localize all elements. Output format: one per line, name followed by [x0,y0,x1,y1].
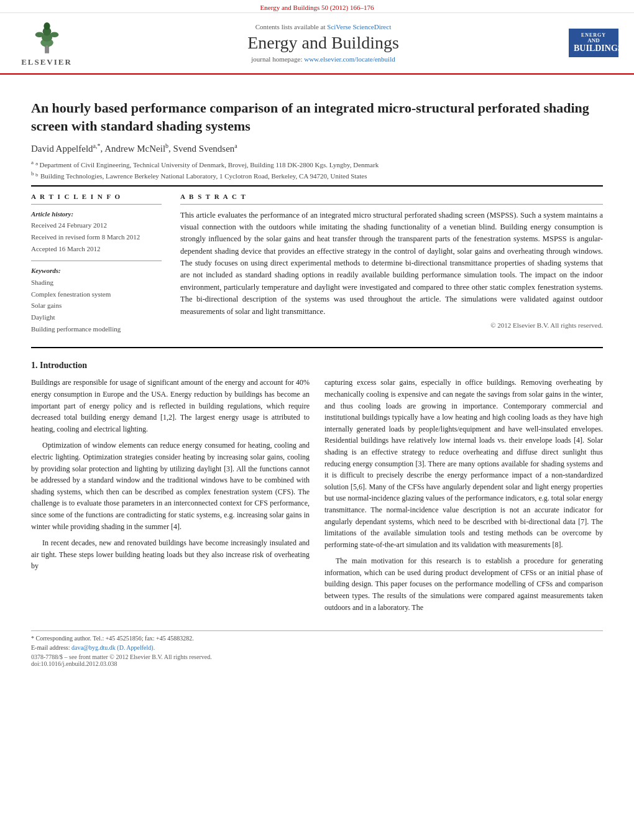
body-right-p2: The main motivation for this research is… [324,555,603,613]
affiliation-b-sup: b [31,170,34,177]
section-1-heading: 1. Introduction [31,361,603,371]
received-date: Received 24 February 2012 [31,219,162,231]
body-left-p2: Optimization of window elements can redu… [31,440,310,532]
keyword-4: Daylight [31,312,162,323]
email-line: E-mail address: dava@byg.dtu.dk (D. Appe… [31,644,603,651]
journal-header: Energy and Buildings 50 (2012) 166–176 E… [0,0,634,75]
energy-buildings-badge: ENERGY AND BUILDINGS [566,18,622,68]
keyword-2: Complex fenestration system [31,288,162,300]
email-label: E-mail address: [31,644,70,651]
abstract-col: A B S T R A C T This article evaluates t… [180,193,603,341]
journal-logo-row: ELSEVIER Contents lists available at Sci… [0,13,634,73]
email-link[interactable]: dava@byg.dtu.dk (D. Appelfeld). [71,644,155,651]
body-divider [31,347,603,348]
sciverse-link-anchor[interactable]: SciVerse ScienceDirect [327,23,391,30]
corresponding-author-note: * Corresponding author. Tel.: +45 452518… [31,635,603,642]
abstract-label: A B S T R A C T [180,193,603,200]
journal-ref-text: Energy and Buildings 50 (2012) 166–176 [260,4,374,11]
homepage-link[interactable]: www.elsevier.com/locate/enbuild [304,55,395,63]
article-info-label: A R T I C L E I N F O [31,193,162,200]
article-info-abstract-row: A R T I C L E I N F O Article history: R… [31,193,603,341]
badge-and-text: AND [574,38,613,44]
affiliation-a-sup: a [31,159,34,165]
copyright-line: © 2012 Elsevier B.V. All rights reserved… [180,321,603,329]
introduction-section: 1. Introduction Buildings are responsibl… [31,361,603,618]
keyword-5: Building performance modelling [31,323,162,335]
footer-issn: 0378-7788/$ – see front matter © 2012 El… [31,653,603,667]
elsevier-label: ELSEVIER [21,57,72,67]
abstract-text: This article evaluates the performance o… [180,210,603,318]
author-svendsen: Svend Svendsen [173,144,235,154]
keywords-label: Keywords: [31,265,162,277]
history-label: Article history: [31,208,162,220]
author-mcneil: Andrew McNeil [104,144,165,154]
author-svendsen-sup: a [234,142,237,149]
issn-line: 0378-7788/$ – see front matter © 2012 El… [31,653,603,660]
keywords-block: Keywords: Shading Complex fenestration s… [31,261,162,335]
accepted-date: Accepted 16 March 2012 [31,243,162,255]
journal-ref-bar: Energy and Buildings 50 (2012) 166–176 [0,2,634,13]
email-display-text: dava@byg.dtu.dk (D. Appelfeld). [71,644,155,651]
article-footer: * Corresponding author. Tel.: +45 452518… [31,630,603,667]
article-title: An hourly based performance comparison o… [31,99,603,135]
article-info-col: A R T I C L E I N F O Article history: R… [31,193,162,341]
keyword-1: Shading [31,277,162,288]
elsevier-logo: ELSEVIER [12,19,81,67]
svg-point-5 [35,32,44,37]
affiliation-b: b ᵇ Building Technologies, Lawrence Berk… [31,170,603,180]
doi-line: doi:10.1016/j.enbuild.2012.03.038 [31,660,603,667]
body-right-p1: capturing excess solar gains, especially… [324,377,603,550]
affiliation-b-text: ᵇ Building Technologies, Lawrence Berkel… [35,172,367,180]
affiliation-a: a ᵃ Department of Civil Engineering, Tec… [31,159,603,169]
divider-thick [31,185,603,187]
authors-line: David Appelfelda,*, Andrew McNeilb, Sven… [31,142,603,154]
journal-center: Contents lists available at SciVerse Sci… [81,23,566,63]
journal-name: Energy and Buildings [81,33,566,53]
body-left-col: Buildings are responsible for usage of s… [31,377,310,618]
body-left-p1: Buildings are responsible for usage of s… [31,377,310,435]
author-appelfeld: David Appelfeld [31,144,93,154]
author-appelfeld-sup: a,* [93,142,101,149]
body-right-col: capturing excess solar gains, especially… [324,377,603,618]
author-mcneil-sup: b [165,142,168,149]
abstract-divider [180,204,603,205]
badge-buildings-text: BUILDINGS [574,44,613,53]
body-two-col: Buildings are responsible for usage of s… [31,377,603,618]
svg-point-7 [45,45,47,47]
sciverse-link: Contents lists available at SciVerse Sci… [81,23,566,30]
badge-box: ENERGY AND BUILDINGS [569,29,618,57]
elsevier-tree-icon [30,19,64,56]
keyword-3: Solar gains [31,300,162,312]
affiliation-a-text: ᵃ Department of Civil Engineering, Techn… [35,161,379,168]
body-left-p3: In recent decades, new and renovated bui… [31,537,310,572]
article-history-block: Article history: Received 24 February 20… [31,204,162,255]
corresponding-note-text: * Corresponding author. Tel.: +45 452518… [31,635,194,642]
journal-homepage: journal homepage: www.elsevier.com/locat… [81,55,566,63]
svg-point-6 [50,32,58,37]
revised-date: Received in revised form 8 March 2012 [31,231,162,243]
main-content: An hourly based performance comparison o… [0,75,634,680]
svg-point-4 [44,22,50,30]
